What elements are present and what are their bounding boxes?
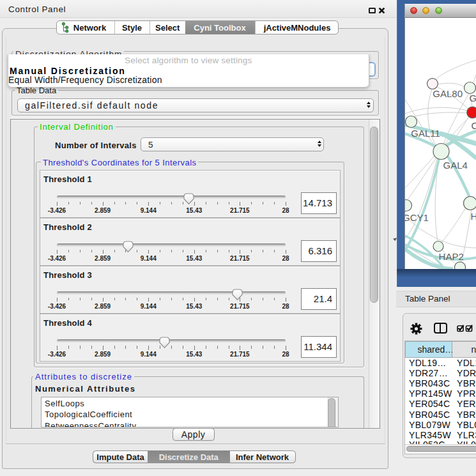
svg-text:GCY1: GCY1 [405, 211, 429, 222]
svg-text:C: C [471, 119, 476, 130]
svg-text:GAL80: GAL80 [433, 88, 463, 98]
svg-text:H: H [470, 211, 476, 222]
svg-text:GA: GA [469, 92, 476, 103]
svg-text:GAL11: GAL11 [411, 128, 440, 139]
svg-text:HAP2: HAP2 [438, 251, 463, 262]
svg-text:GAL4: GAL4 [443, 160, 467, 171]
